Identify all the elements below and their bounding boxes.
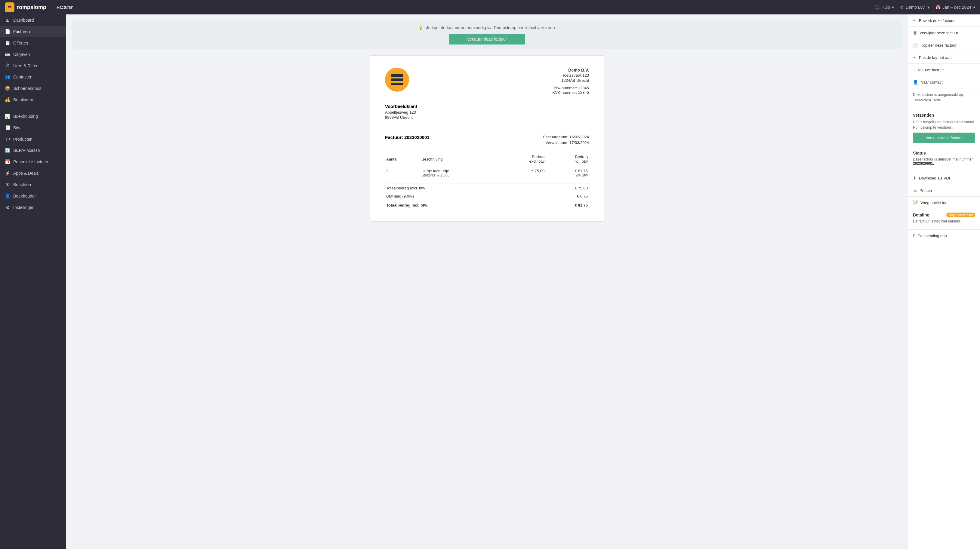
sidebar-item-facturen[interactable]: 📄 Facturen	[0, 26, 66, 37]
nieuwe-factuur-button[interactable]: + Nieuwe factuur	[908, 64, 980, 76]
print-button[interactable]: 🖨 Printen	[908, 184, 980, 197]
company-address: Toetsstraat 123	[552, 73, 589, 78]
sidebar-label-offertes: Offertes	[13, 41, 28, 45]
col-beschrijving: Beschrijving	[420, 152, 500, 166]
send-invoice-button-top[interactable]: Verstuur deze factuur	[449, 34, 525, 44]
sidebar-item-periodieke[interactable]: 📅 Periodieke facturen	[0, 156, 66, 167]
layout-button[interactable]: ✏ Pas de lay-out aan	[908, 51, 980, 64]
sidebar-item-betalingen[interactable]: 💰 Betalingen	[0, 94, 66, 106]
verwijder-button[interactable]: 🗑 Verwijder deze factuur	[908, 27, 980, 39]
company-name: Demo B.V.	[552, 68, 589, 73]
invoice-header: Demo B.V. Toetsstraat 123 1234AB Utrecht…	[385, 68, 589, 95]
invoice-logo-lines	[391, 74, 403, 85]
euro-icon: €	[913, 233, 915, 238]
invoice-dates: Factuurdatum: 16/02/2024 Vervaldatum: 17…	[543, 135, 589, 146]
sepa-icon: 🔄	[5, 148, 10, 153]
betaling-aanpassen-button[interactable]: € Pas betaling aan	[908, 230, 980, 242]
naar-contact-button[interactable]: 👤 Naar contact	[908, 76, 980, 88]
download-pdf-button[interactable]: ⬇ Download als PDF	[908, 172, 980, 184]
layout-label: Pas de lay-out aan	[919, 56, 951, 60]
betaling-label: Pas betaling aan	[918, 233, 947, 238]
sidebar-item-uitgaven[interactable]: 💳 Uitgaven	[0, 49, 66, 60]
vervaldatum: Vervaldatum: 17/03/2024	[543, 140, 589, 145]
copy-icon: 📄	[913, 43, 918, 48]
period-label: Jan – dec 2024	[942, 5, 971, 10]
bewerk-label: Bewerk deze factuur	[919, 18, 955, 23]
sidebar-label-instellingen: Instellingen	[13, 205, 35, 210]
status-number: 2023020001.	[913, 162, 934, 166]
svg-point-0	[7, 5, 12, 10]
logo-line-3	[391, 83, 403, 85]
total-excl-value: € 75,00	[575, 186, 588, 190]
periodieke-icon: 📅	[5, 159, 10, 165]
svg-rect-1	[8, 6, 11, 7]
sidebar-item-sepa[interactable]: 🔄 SEPA-incasso	[0, 144, 66, 156]
invoice-client: Voorbeeldklant Appeltjesweg 123 9999AB U…	[385, 104, 589, 120]
total-btw-row: Btw laag (9.0%) € 6,75	[385, 192, 589, 201]
sidebar-item-boekhouding[interactable]: 📊 Boekhouding	[0, 111, 66, 122]
sidebar-item-producten[interactable]: 🏷 Producten	[0, 133, 66, 144]
total-incl-value: € 81,75	[575, 203, 588, 208]
sidebar-item-btw[interactable]: 🧾 Btw	[0, 122, 66, 133]
sidebar-label-betalingen: Betalingen	[13, 97, 33, 102]
instellingen-icon: ⚙	[5, 205, 10, 210]
sidebar-label-facturen: Facturen	[13, 29, 30, 34]
company-menu[interactable]: ⚙ Demo B.V. ▾	[900, 5, 929, 10]
table-header-row: Aantal Beschrijving Bedrag excl. btw Bed…	[385, 152, 589, 166]
bewerk-button[interactable]: ✏ Bewerk deze factuur	[908, 14, 980, 27]
boekhouder-icon: 👤	[5, 193, 10, 199]
sidebar-item-schoenendoos[interactable]: 📦 Schoenendoos	[0, 83, 66, 94]
status-text: Deze factuur is definitief met nummer: 2…	[913, 157, 975, 166]
row-stukprijs: Stukprijs: € 25,00	[422, 173, 498, 178]
total-excl-row: Totaalbedrag excl. btw € 75,00	[385, 183, 589, 192]
sidebar-item-contacten[interactable]: 👥 Contacten	[0, 71, 66, 83]
btw-icon: 🧾	[5, 125, 10, 130]
verzenden-button[interactable]: Verstuur deze factuur	[913, 133, 975, 143]
row-btw-note: 9% Btw	[547, 173, 588, 178]
client-address: Appeltjesweg 123	[385, 110, 589, 114]
company-btw: Btw-nummer: 12345 KVK-nummer: 12345	[552, 86, 589, 95]
notification-bar: 💡 Je kunt de factuur nu eenvoudig via Ro…	[72, 21, 902, 49]
sidebar-item-dashboard[interactable]: ⊞ Dashboard	[0, 14, 66, 26]
client-city: 9999AB Utrecht	[385, 115, 589, 120]
topnav-right: 🎧 Hulp ▾ ⚙ Demo B.V. ▾ 📅 Jan – dec 2024 …	[874, 5, 975, 10]
help-menu[interactable]: 🎧 Hulp ▾	[874, 5, 894, 10]
row-beschrijving: Uurtje factuurtje Stukprijs: € 25,00	[420, 166, 500, 180]
sidebar-item-apps-deals[interactable]: ⚡ Apps & Deals	[0, 167, 66, 179]
sidebar-item-berichten[interactable]: ✉ Berichten	[0, 179, 66, 190]
period-menu[interactable]: 📅 Jan – dec 2024 ▾	[935, 5, 975, 10]
sidebar: ⊞ Dashboard 📄 Facturen 📋 Offertes 💳 Uitg…	[0, 14, 66, 549]
sidebar-item-boekhouder[interactable]: 👤 Boekhouder	[0, 190, 66, 202]
sidebar-label-schoenendoos: Schoenendoos	[13, 86, 41, 91]
total-incl-row: Totaalbedrag incl. btw € 81,75	[385, 201, 589, 209]
logo-line-2	[391, 78, 403, 81]
dashboard-icon: ⊞	[5, 17, 10, 23]
sidebar-item-uren-ritten[interactable]: ⏱ Uren & Ritten	[0, 60, 66, 71]
verzenden-text: Het is mogelijk de factuur direct vanuit…	[913, 119, 975, 130]
notitie-icon: 📝	[913, 200, 918, 205]
kopieer-button[interactable]: 📄 Kopieer deze factuur	[908, 39, 980, 51]
sidebar-divider-1	[0, 108, 66, 108]
notitie-button[interactable]: 📝 Voeg notitie toe	[908, 197, 980, 209]
payment-title: Betaling	[913, 213, 929, 217]
row-aantal: 3	[385, 166, 420, 180]
center-area: 💡 Je kunt de factuur nu eenvoudig via Ro…	[66, 14, 908, 549]
table-row: 3 Uurtje factuurtje Stukprijs: € 25,00 €…	[385, 166, 589, 180]
verzenden-section: Verzenden Het is mogelijk de factuur dir…	[908, 109, 980, 147]
betalingen-icon: 💰	[5, 97, 10, 103]
sidebar-item-instellingen[interactable]: ⚙ Instellingen	[0, 202, 66, 213]
calendar-icon: 📅	[935, 5, 940, 10]
breadcrumb-current[interactable]: Facturen	[57, 5, 73, 10]
payment-text: De factuur is nog niet betaald.	[913, 219, 975, 224]
logo[interactable]: rompslomp	[5, 2, 46, 12]
notitie-label: Voeg notitie toe	[920, 200, 948, 205]
kvk-number: KVK-nummer: 12345	[552, 90, 589, 95]
sidebar-item-offertes[interactable]: 📋 Offertes	[0, 37, 66, 49]
print-label: Printen	[920, 188, 932, 193]
nieuwe-label: Nieuwe factuur	[918, 68, 944, 72]
uitgaven-icon: 💳	[5, 52, 10, 57]
schoenendoos-icon: 📦	[5, 86, 10, 91]
notification-message: Je kunt de factuur nu eenvoudig via Romp…	[426, 25, 556, 30]
print-icon: 🖨	[913, 188, 917, 193]
sidebar-label-uren: Uren & Ritten	[13, 63, 38, 68]
